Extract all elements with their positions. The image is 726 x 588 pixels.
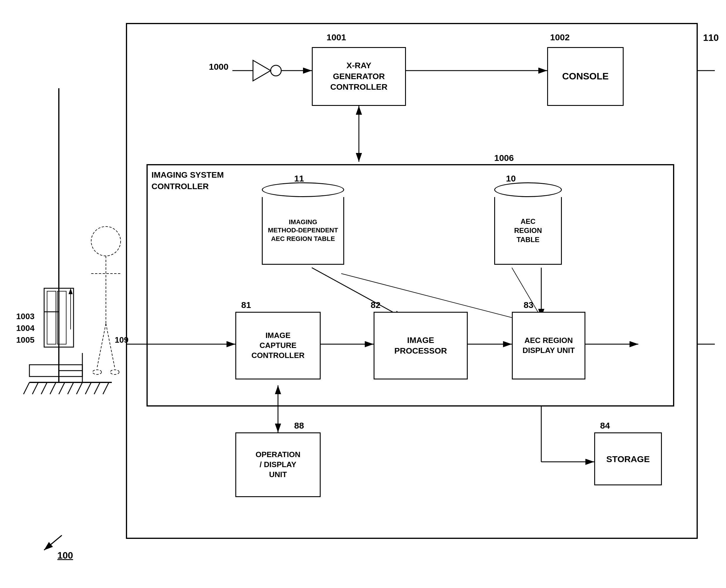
- xray-generator-box: X-RAY GENERATOR CONTROLLER: [312, 47, 406, 106]
- svg-line-48: [106, 323, 115, 368]
- svg-line-32: [77, 382, 82, 394]
- svg-marker-4: [253, 60, 271, 81]
- svg-line-30: [59, 382, 65, 394]
- ref-1004: 1004: [16, 323, 35, 333]
- svg-point-49: [93, 370, 102, 375]
- xray-generator-label: X-RAY GENERATOR CONTROLLER: [330, 60, 388, 92]
- svg-line-33: [85, 382, 91, 394]
- ref-10: 10: [506, 173, 516, 184]
- svg-line-35: [103, 382, 109, 394]
- ref-88: 88: [294, 421, 304, 430]
- console-box: CONSOLE: [547, 47, 624, 106]
- ref-1002: 1002: [550, 33, 570, 42]
- aec-region-table-label: AEC REGION TABLE: [514, 217, 542, 245]
- ref-109: 109: [115, 335, 128, 345]
- imaging-method-table: IMAGING METHOD-DEPENDENT AEC REGION TABL…: [262, 182, 344, 265]
- storage-label: STORAGE: [606, 453, 650, 465]
- svg-line-34: [94, 382, 100, 394]
- ref-82: 82: [371, 300, 380, 310]
- aec-region-display-label: AEC REGION DISPLAY UNIT: [522, 336, 575, 356]
- ref-1006: 1006: [494, 153, 514, 163]
- operation-display-box: OPERATION / DISPLAY UNIT: [235, 433, 320, 497]
- ref-1001: 1001: [327, 33, 346, 42]
- ref-84: 84: [600, 421, 610, 430]
- ref-83: 83: [524, 300, 533, 310]
- svg-line-53: [44, 536, 62, 550]
- image-processor-label: IMAGE PROCESSOR: [394, 335, 447, 357]
- svg-line-15: [312, 268, 403, 318]
- svg-line-31: [68, 382, 74, 394]
- svg-point-44: [91, 227, 121, 256]
- ref-110: 110: [703, 33, 719, 43]
- svg-rect-36: [44, 288, 74, 347]
- image-processor-box: IMAGE PROCESSOR: [374, 312, 468, 379]
- ref-11: 11: [294, 173, 304, 184]
- svg-line-17: [512, 268, 541, 318]
- console-label: CONSOLE: [562, 70, 609, 83]
- ref-1003: 1003: [16, 312, 35, 321]
- svg-rect-39: [29, 365, 82, 377]
- imaging-system-label: IMAGING SYSTEM CONTROLLER: [151, 169, 224, 192]
- svg-point-5: [271, 65, 281, 76]
- image-capture-box: IMAGE CAPTURE CONTROLLER: [235, 312, 320, 379]
- storage-box: STORAGE: [594, 433, 662, 485]
- svg-line-28: [41, 382, 47, 394]
- ref-1000: 1000: [209, 62, 229, 72]
- svg-line-47: [97, 323, 106, 368]
- image-capture-label: IMAGE CAPTURE CONTROLLER: [251, 331, 305, 360]
- svg-line-27: [33, 382, 38, 394]
- aec-region-table: AEC REGION TABLE: [494, 182, 562, 265]
- svg-rect-37: [47, 291, 56, 344]
- svg-point-50: [110, 370, 119, 375]
- aec-region-display-box: AEC REGION DISPLAY UNIT: [512, 312, 585, 379]
- operation-display-label: OPERATION / DISPLAY UNIT: [256, 450, 300, 480]
- svg-line-29: [50, 382, 56, 394]
- ref-1005: 1005: [16, 335, 35, 345]
- svg-line-26: [23, 382, 29, 394]
- imaging-method-label: IMAGING METHOD-DEPENDENT AEC REGION TABL…: [268, 218, 338, 243]
- svg-rect-38: [57, 291, 66, 344]
- ref-81: 81: [241, 300, 251, 310]
